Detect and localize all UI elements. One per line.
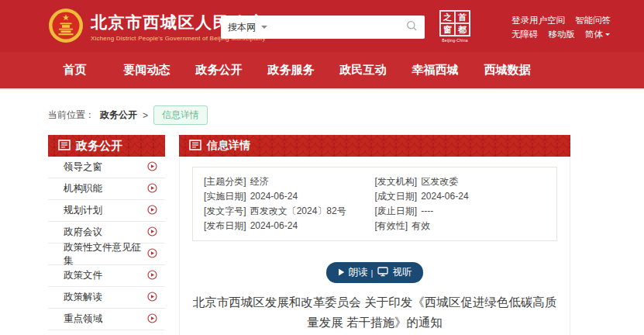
readout-button[interactable]: 朗读 | 视听	[326, 262, 424, 283]
meta-value: 区发改委	[421, 174, 458, 189]
video-label: 视听	[392, 266, 412, 279]
document-icon	[189, 140, 201, 153]
meta-label: [有效性]	[375, 219, 408, 233]
sidebar: 政务公开 领导之窗 机构职能 规划计划 政府会议	[48, 135, 165, 335]
sidebar-item-policy-documents[interactable]: 政策文件	[48, 265, 165, 287]
sidebar-list: 领导之窗 机构职能 规划计划 政府会议 政策性文件意见征集	[48, 157, 165, 335]
meta-label: [发文字号]	[204, 204, 246, 219]
site-header: 北京市西城区人民政府 Xicheng District People's Gov…	[0, 0, 644, 52]
sidebar-title: 政务公开	[76, 139, 122, 154]
play-icon	[338, 268, 345, 278]
document-title: 北京市西城区发展和改革委员会 关于印发《西城区促进绿色低碳高质量发展 若干措施》…	[192, 292, 557, 333]
page: 北京市西城区人民政府 Xicheng District People's Gov…	[0, 0, 644, 335]
seal-char: 之	[440, 11, 455, 23]
accessibility-link[interactable]: 无障碍	[511, 27, 539, 41]
meta-row-issuing-agency: [发文机构] 区发改委	[375, 174, 546, 189]
search-input[interactable]	[275, 18, 406, 36]
seal-char: 窗	[440, 23, 455, 36]
sidebar-header: 政务公开	[48, 135, 165, 157]
sidebar-item-leaders[interactable]: 领导之窗	[48, 157, 165, 178]
sidebar-item-label: 规划计划	[64, 204, 102, 217]
sidebar-item-label: 政府会议	[64, 226, 102, 239]
document-meta-box: [主题分类] 经济 [实施日期] 2024-06-24 [发文字号] 西发改文〔…	[192, 167, 557, 241]
circle-arrow-icon	[147, 226, 157, 240]
meta-row-effective-date: [实施日期] 2024-06-24	[204, 189, 375, 204]
circle-arrow-icon	[147, 313, 157, 326]
main-columns: 政务公开 领导之窗 机构职能 规划计划 政府会议	[48, 135, 644, 335]
sidebar-item-plans[interactable]: 规划计划	[48, 200, 165, 222]
sidebar-item-label: 政策解读	[64, 291, 102, 304]
meta-value: 有效	[412, 219, 430, 233]
sidebar-item-functions[interactable]: 机构职能	[48, 178, 165, 200]
language-selector[interactable]: 简体	[585, 27, 610, 41]
monitor-icon	[377, 267, 388, 279]
document-icon	[58, 140, 71, 153]
nav-item-home[interactable]: 首页	[64, 63, 87, 76]
meta-row-validity: [有效性] 有效	[375, 219, 546, 233]
sidebar-item-key-work[interactable]: 重点工作	[48, 330, 165, 335]
meta-label: [废止日期]	[375, 204, 418, 219]
meta-label: [发布日期]	[204, 219, 246, 233]
circle-arrow-icon	[147, 247, 157, 261]
detail-panel: 信息详情 [主题分类] 经济 [实施日期] 2024-06-24 [发文字号] …	[179, 135, 570, 335]
meta-label: [发文机构]	[375, 174, 418, 189]
smart-qa-link[interactable]: 智能问答	[575, 13, 611, 27]
nav-item-xicheng-data[interactable]: 西城数据	[484, 63, 531, 76]
meta-row-publish-date: [发布日期] 2024-06-24	[204, 219, 375, 233]
nav-item-happy-xicheng[interactable]: 幸福西城	[412, 63, 459, 76]
meta-label: [成文日期]	[375, 189, 418, 204]
chevron-down-icon	[605, 33, 610, 36]
search-box: 搜本网	[221, 16, 425, 39]
meta-row-written-date: [成文日期] 2024-06-24	[375, 189, 546, 204]
circle-arrow-icon	[147, 269, 157, 283]
capital-window-logo[interactable]: 之 首 窗 都 Beijing-China	[439, 10, 470, 43]
meta-value: 经济	[250, 174, 269, 189]
login-user-space-link[interactable]: 登录用户空间	[511, 13, 565, 27]
meta-row-doc-number: [发文字号] 西发改文〔2024〕82号	[204, 204, 375, 219]
meta-label: [主题分类]	[204, 174, 246, 189]
seal-char: 都	[455, 23, 470, 36]
nav-item-interaction[interactable]: 政民互动	[340, 63, 387, 76]
detail-panel-title: 信息详情	[207, 139, 250, 153]
meta-value: 西发改文〔2024〕82号	[250, 204, 346, 219]
sidebar-item-policy-comments[interactable]: 政策性文件意见征集	[48, 243, 165, 265]
breadcrumb: 当前位置： 政务公开 > 信息详情	[48, 105, 644, 125]
national-emblem-icon	[48, 8, 84, 47]
sidebar-item-label: 机构职能	[64, 182, 102, 195]
capital-window-seal-icon: 之 首 窗 都	[439, 10, 470, 36]
sidebar-item-label: 重点领域	[64, 313, 102, 326]
meta-value: ----	[421, 204, 433, 219]
seal-char: 首	[455, 11, 470, 23]
seal-caption: Beijing-China	[439, 38, 470, 43]
search-scope-selector[interactable]: 搜本网	[228, 21, 275, 34]
nav-item-news[interactable]: 要闻动态	[124, 63, 170, 76]
sidebar-item-label: 政策性文件意见征集	[64, 241, 147, 268]
sidebar-item-label: 政策文件	[64, 269, 102, 282]
search-icon	[406, 20, 418, 34]
detail-panel-header: 信息详情	[179, 135, 570, 157]
nav-item-gov-info[interactable]: 政务公开	[196, 63, 243, 76]
main-nav: 首页 要闻动态 政务公开 政务服务 政民互动 幸福西城 西城数据	[0, 52, 644, 90]
breadcrumb-section-link[interactable]: 政务公开	[100, 109, 137, 122]
circle-arrow-icon	[147, 291, 157, 305]
meta-value: 2024-06-24	[250, 189, 298, 204]
circle-arrow-icon	[147, 204, 157, 218]
language-label: 简体	[585, 27, 603, 41]
header-links: 登录用户空间 智能问答 无障碍 移动版 简体	[511, 13, 611, 41]
meta-label: [实施日期]	[204, 189, 246, 204]
sidebar-item-key-areas[interactable]: 重点领域	[48, 309, 165, 330]
meta-row-topic: [主题分类] 经济	[204, 174, 375, 189]
breadcrumb-prefix: 当前位置：	[48, 109, 95, 122]
chevron-down-icon	[261, 26, 267, 29]
search-button[interactable]	[406, 20, 418, 34]
nav-item-gov-services[interactable]: 政务服务	[268, 63, 315, 76]
mobile-version-link[interactable]: 移动版	[549, 27, 576, 41]
detail-body: [主题分类] 经济 [实施日期] 2024-06-24 [发文字号] 西发改文〔…	[179, 157, 570, 335]
breadcrumb-current-tag: 信息详情	[153, 105, 208, 125]
meta-value: 2024-06-24	[250, 219, 298, 233]
meta-value: 2024-06-24	[421, 189, 468, 204]
readout-divider: |	[371, 268, 374, 278]
sidebar-item-label: 领导之窗	[64, 161, 102, 174]
readout-label: 朗读	[349, 266, 368, 279]
sidebar-item-policy-interpretation[interactable]: 政策解读	[48, 287, 165, 309]
